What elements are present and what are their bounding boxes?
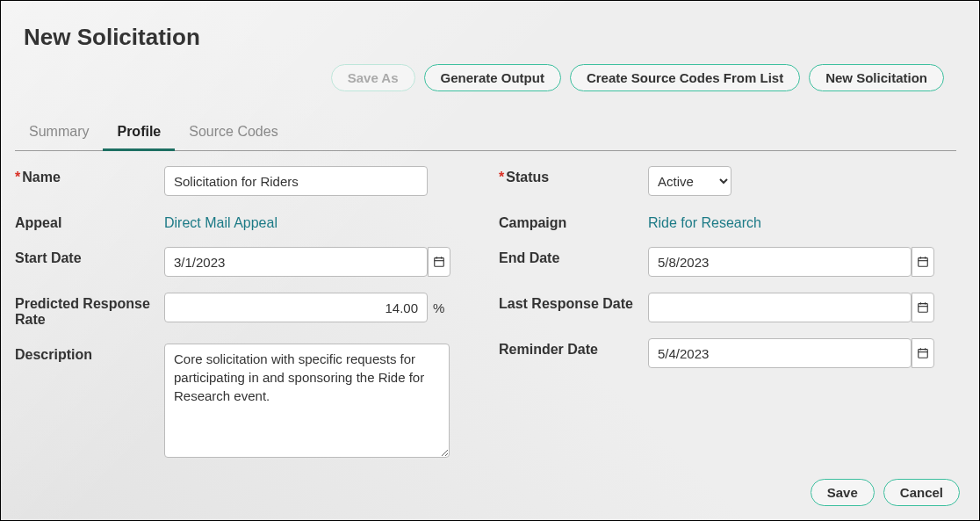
name-input[interactable] (164, 166, 428, 196)
start-date-label: Start Date (15, 247, 164, 266)
predicted-response-rate-input[interactable] (164, 293, 428, 322)
tab-source-codes[interactable]: Source Codes (175, 117, 292, 150)
last-response-date-label: Last Response Date (499, 293, 648, 312)
form-area: Name Appeal Direct Mail Appeal Start Dat… (15, 166, 956, 477)
new-solicitation-button[interactable]: New Solicitation (809, 64, 944, 91)
percent-suffix: % (433, 300, 444, 315)
start-date-input[interactable] (164, 247, 428, 277)
form-left-column: Name Appeal Direct Mail Appeal Start Dat… (15, 166, 472, 477)
svg-rect-12 (919, 350, 928, 358)
calendar-icon (917, 347, 929, 359)
calendar-icon (433, 256, 445, 268)
toolbar: Save As Generate Output Create Source Co… (331, 64, 944, 91)
svg-rect-0 (435, 258, 444, 267)
svg-rect-4 (919, 258, 928, 267)
save-as-button[interactable]: Save As (331, 64, 415, 91)
reminder-date-picker-button[interactable] (912, 338, 934, 368)
footer-buttons: Save Cancel (811, 479, 960, 506)
end-date-picker-button[interactable] (912, 247, 934, 277)
campaign-link[interactable]: Ride for Research (648, 212, 761, 231)
create-source-codes-button[interactable]: Create Source Codes From List (570, 64, 800, 91)
generate-output-button[interactable]: Generate Output (424, 64, 561, 91)
calendar-icon (917, 301, 929, 314)
tab-profile[interactable]: Profile (103, 117, 175, 151)
tab-summary[interactable]: Summary (15, 117, 103, 150)
dialog-window: New Solicitation Save As Generate Output… (0, 0, 980, 521)
tabs: Summary Profile Source Codes (15, 117, 956, 151)
last-response-date-input[interactable] (648, 293, 912, 322)
description-textarea[interactable] (164, 344, 450, 458)
description-label: Description (15, 344, 164, 363)
page-title: New Solicitation (24, 24, 200, 51)
cancel-button[interactable]: Cancel (883, 479, 960, 506)
predicted-response-rate-label: Predicted Response Rate (15, 293, 164, 328)
last-response-date-picker-button[interactable] (912, 293, 934, 322)
svg-rect-8 (919, 304, 928, 313)
end-date-input[interactable] (648, 247, 912, 277)
form-right-column: Status Active Campaign Ride for Research… (499, 166, 956, 477)
calendar-icon (917, 256, 929, 268)
start-date-picker-button[interactable] (428, 247, 450, 277)
appeal-label: Appeal (15, 212, 164, 231)
appeal-link[interactable]: Direct Mail Appeal (164, 212, 277, 231)
reminder-date-input[interactable] (648, 338, 912, 368)
end-date-label: End Date (499, 247, 648, 266)
name-label: Name (15, 166, 164, 185)
save-button[interactable]: Save (811, 479, 875, 506)
status-select[interactable]: Active (648, 166, 731, 196)
status-label: Status (499, 166, 648, 185)
reminder-date-label: Reminder Date (499, 338, 648, 358)
campaign-label: Campaign (499, 212, 648, 231)
